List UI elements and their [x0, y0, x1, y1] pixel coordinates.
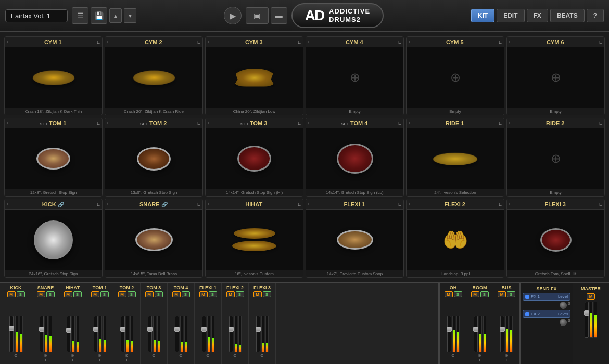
mixer-kick-solo[interactable]: S: [17, 291, 25, 297]
cym4-edit[interactable]: E: [398, 40, 401, 45]
flexi1-image[interactable]: [306, 210, 403, 270]
master-mute[interactable]: M: [587, 293, 595, 300]
flexi2-image[interactable]: 🤲: [407, 210, 504, 270]
snare-image[interactable]: [105, 210, 202, 270]
mixer-room-add[interactable]: +: [478, 358, 481, 363]
tom4-edit[interactable]: E: [398, 121, 401, 126]
mixer-flexi2-solo[interactable]: S: [236, 291, 244, 297]
snare-edit[interactable]: E: [197, 202, 200, 207]
cym3-image[interactable]: [206, 47, 303, 108]
mixer-flexi1-fader[interactable]: [202, 316, 206, 352]
kit-cell-ride2[interactable]: L RIDE 2 E ⊕ Empty: [506, 118, 605, 197]
mixer-tom1-mute[interactable]: M: [91, 291, 99, 297]
mixer-tom3-solo[interactable]: S: [155, 291, 163, 297]
mixer-hihat-mute[interactable]: M: [64, 291, 72, 297]
tom1-image[interactable]: [5, 128, 102, 189]
mixer-tom2-solo[interactable]: S: [128, 291, 136, 297]
mixer-tom3-add[interactable]: +: [153, 358, 155, 363]
mixer-tom2-phase[interactable]: ⊘: [125, 353, 129, 358]
hihat-edit[interactable]: E: [298, 202, 301, 207]
mixer-tom4-mute[interactable]: M: [172, 291, 181, 297]
mixer-flexi2-fader[interactable]: [229, 316, 233, 352]
prev-preset-button[interactable]: ▲: [109, 8, 122, 23]
mixer-oh-fader[interactable]: [447, 316, 451, 352]
mixer-flexi2-phase[interactable]: ⊘: [233, 353, 237, 358]
mixer-room-mute[interactable]: M: [471, 291, 479, 297]
next-preset-button[interactable]: ▼: [124, 8, 136, 23]
mixer-tom1-solo[interactable]: S: [100, 291, 109, 297]
mixer-tom4-phase[interactable]: ⊘: [179, 353, 183, 358]
mixer-snare-fader[interactable]: [40, 316, 44, 352]
ride2-image[interactable]: ⊕: [507, 128, 604, 189]
mixer-hihat-add[interactable]: +: [71, 358, 74, 363]
kick-edit[interactable]: E: [97, 202, 100, 207]
cym5-image[interactable]: ⊕: [407, 47, 504, 108]
ride1-image[interactable]: [407, 128, 504, 189]
grid-view-icon[interactable]: ▣: [246, 7, 269, 24]
list-view-icon[interactable]: ▬: [271, 7, 287, 24]
mixer-hihat-phase[interactable]: ⊘: [71, 353, 74, 358]
mixer-tom3-mute[interactable]: M: [145, 291, 154, 297]
mixer-hihat-solo[interactable]: S: [73, 291, 82, 297]
kit-cell-flexi3[interactable]: L FLEXI 3 E Gretsch Tom, Shell Hit: [506, 199, 605, 278]
kit-cell-tom4[interactable]: L SET TOM 4 E AYERS 14x14", Gretsch Stop…: [306, 118, 404, 197]
mixer-flexi3-fader[interactable]: [256, 316, 260, 352]
mixer-flexi1-phase[interactable]: ⊘: [206, 353, 210, 358]
hihat-image[interactable]: [206, 210, 303, 270]
flexi3-image[interactable]: [507, 210, 604, 270]
mixer-oh-solo[interactable]: S: [454, 291, 462, 297]
master-fader[interactable]: [585, 302, 589, 338]
mixer-tom1-fader[interactable]: [94, 316, 98, 352]
cym6-image[interactable]: ⊕: [507, 47, 604, 108]
mixer-oh-mute[interactable]: M: [445, 291, 453, 297]
kit-cell-flexi2[interactable]: L FLEXI 2 E 🤲 Handclap, 3 ppl: [406, 199, 504, 278]
save-icon[interactable]: 💾: [91, 7, 107, 24]
mixer-tom1-phase[interactable]: ⊘: [98, 353, 102, 358]
mixer-flexi2-mute[interactable]: M: [226, 291, 235, 297]
cym3-edit[interactable]: E: [298, 40, 301, 45]
mixer-kick-fader[interactable]: [9, 316, 14, 352]
mixer-bus-fader[interactable]: [500, 316, 504, 352]
flexi3-edit[interactable]: E: [599, 202, 602, 207]
mixer-snare-mute[interactable]: M: [37, 291, 45, 297]
mixer-oh-add[interactable]: +: [452, 358, 454, 363]
kit-cell-cym4[interactable]: L CYM 4 E ⊕ Empty: [306, 36, 404, 115]
ride2-edit[interactable]: E: [599, 121, 602, 126]
kit-cell-cym5[interactable]: L CYM 5 E ⊕ Empty: [406, 36, 504, 115]
mixer-snare-phase[interactable]: ⊘: [44, 353, 47, 358]
tom3-image[interactable]: [206, 128, 303, 189]
kit-cell-cym6[interactable]: L CYM 6 E ⊕ Empty: [506, 36, 605, 115]
tom1-edit[interactable]: E: [97, 121, 100, 126]
kit-cell-cym2[interactable]: L CYM 2 E AYERS Crash 20", Zildjian K Cr…: [105, 36, 203, 115]
fx2-slot[interactable]: FX 2 Level: [523, 310, 570, 318]
tom2-image[interactable]: [105, 128, 202, 189]
kit-cell-flexi1[interactable]: L FLEXI 1 E 14x7", Craviotto Custom Shop: [306, 199, 404, 278]
mixer-oh-phase[interactable]: ⊘: [451, 353, 455, 358]
fx1-knob[interactable]: [560, 302, 567, 309]
mixer-tom2-fader[interactable]: [121, 316, 125, 352]
kit-cell-tom3[interactable]: L SET TOM 3 E AYERS 14x14", Gretsch Stop…: [205, 118, 303, 197]
nav-beats-button[interactable]: BEATS: [550, 9, 585, 22]
cym4-image[interactable]: ⊕: [306, 47, 403, 108]
nav-edit-button[interactable]: EDIT: [497, 9, 524, 22]
mixer-kick-mute[interactable]: M: [7, 291, 16, 297]
tom3-edit[interactable]: E: [298, 121, 301, 126]
kit-cell-snare[interactable]: L SNARE 🔗 E AYERS 14x6.5", Tama Bell Bra…: [105, 199, 203, 278]
mixer-tom3-fader[interactable]: [148, 316, 152, 352]
tom2-edit[interactable]: E: [197, 121, 200, 126]
fx1-slot[interactable]: FX 1 Level: [523, 293, 570, 301]
mixer-bus-solo[interactable]: S: [507, 291, 515, 297]
mixer-flexi3-mute[interactable]: M: [253, 291, 262, 297]
menu-icon[interactable]: ☰: [72, 7, 88, 24]
mixer-flexi3-solo[interactable]: S: [263, 291, 271, 297]
mixer-flexi3-phase[interactable]: ⊘: [260, 353, 264, 358]
kit-cell-cym1[interactable]: L CYM 1 E AYERS Crash 18", Zildjian K Da…: [4, 36, 103, 115]
cym6-edit[interactable]: E: [599, 40, 602, 45]
kit-cell-tom1[interactable]: L SET TOM 1 E AYERS 12x8", Gretsch Stop …: [4, 118, 103, 197]
mixer-flexi2-add[interactable]: +: [234, 358, 236, 363]
mixer-tom4-fader[interactable]: [175, 316, 179, 352]
kit-cell-kick[interactable]: L KICK 🔗 E AYERS 24x16", Gretsch Stop Si…: [4, 199, 103, 278]
mixer-bus-add[interactable]: +: [505, 358, 508, 363]
mixer-bus-phase[interactable]: ⊘: [505, 353, 509, 358]
kit-cell-cym3[interactable]: L CYM 3 E AYERS China 20", Zildjian Low: [205, 36, 303, 115]
